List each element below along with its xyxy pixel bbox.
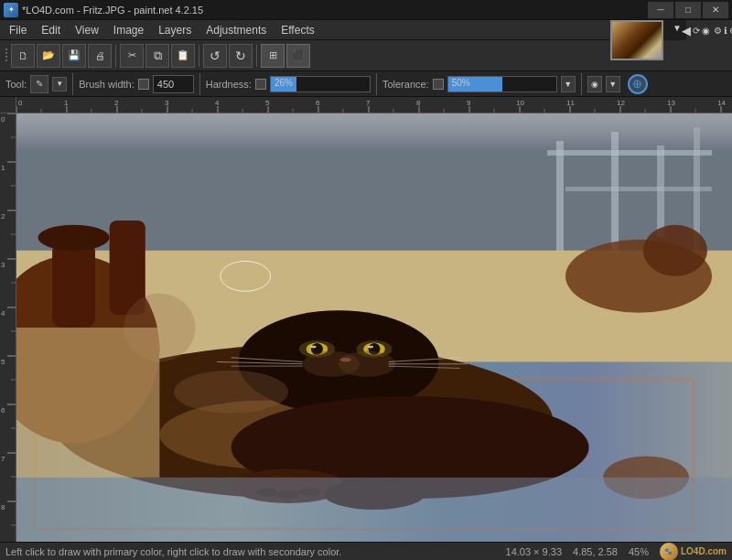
window-title: *LO4D.com - Fritz.JPG - paint.net 4.2.15 bbox=[22, 5, 203, 16]
menu-effects[interactable]: Effects bbox=[274, 20, 321, 40]
statusbar-right: 14.03 × 9.33 4.85, 2.58 45% 🐾 LO4D.com bbox=[506, 543, 727, 561]
sep3 bbox=[256, 45, 257, 67]
zoom-level: 45% bbox=[629, 546, 649, 557]
tolerance-menu-btn[interactable]: ▼ bbox=[561, 76, 576, 92]
back-icon[interactable]: ◀ bbox=[682, 21, 691, 39]
image-thumbnail bbox=[610, 20, 663, 60]
menu-image[interactable]: Image bbox=[106, 20, 151, 40]
tool-options-bar: Tool: ✎ ▼ Brush width: Hardness: 26% Tol… bbox=[0, 71, 732, 97]
info-icon[interactable]: ℹ bbox=[724, 21, 727, 39]
logo-text: LO4D.com bbox=[681, 546, 727, 556]
menu-layers[interactable]: Layers bbox=[151, 20, 199, 40]
svg-rect-124 bbox=[16, 478, 732, 542]
svg-text:3: 3 bbox=[165, 99, 169, 107]
svg-point-85 bbox=[643, 225, 707, 276]
sep-tol bbox=[581, 73, 582, 95]
canvas-area[interactable] bbox=[16, 113, 732, 542]
minimize-button[interactable]: ─ bbox=[648, 2, 673, 18]
svg-point-108 bbox=[339, 351, 396, 377]
redo-button[interactable]: ↻ bbox=[229, 44, 253, 68]
compass-btn[interactable]: ⊕ bbox=[628, 74, 648, 94]
menu-file[interactable]: File bbox=[2, 20, 34, 40]
new-button[interactable]: 🗋 bbox=[11, 44, 35, 68]
svg-rect-79 bbox=[565, 187, 712, 191]
tolerance-value: 50% bbox=[452, 78, 470, 88]
paste-button[interactable]: 📋 bbox=[171, 44, 195, 68]
history-icon[interactable]: ⟳ bbox=[693, 21, 700, 39]
sep-hard bbox=[376, 73, 377, 95]
sep1 bbox=[115, 45, 116, 67]
sep-bw bbox=[199, 73, 200, 95]
svg-text:10: 10 bbox=[516, 99, 524, 107]
svg-text:4: 4 bbox=[1, 309, 5, 318]
svg-text:0: 0 bbox=[18, 99, 23, 107]
tool-mode-indicator[interactable]: ▼ bbox=[52, 77, 67, 92]
save-button[interactable]: 💾 bbox=[62, 44, 86, 68]
cut-button[interactable]: ✂ bbox=[120, 44, 144, 68]
undo-button[interactable]: ↺ bbox=[203, 44, 227, 68]
logo-circle-bg: 🐾 bbox=[660, 543, 678, 561]
tolerance-extra-btn2[interactable]: ▼ bbox=[606, 76, 620, 92]
brush-width-input[interactable] bbox=[153, 75, 194, 93]
svg-text:1: 1 bbox=[1, 164, 5, 172]
open-button[interactable]: 📂 bbox=[37, 44, 60, 68]
menu-view[interactable]: View bbox=[68, 20, 106, 40]
svg-text:14: 14 bbox=[717, 99, 726, 107]
status-bar: Left click to draw with primary color, r… bbox=[0, 542, 732, 560]
svg-text:8: 8 bbox=[416, 99, 421, 107]
brush-width-indicator bbox=[138, 79, 149, 90]
window-controls: ─ □ ✕ bbox=[648, 2, 728, 18]
tolerance-extra-btn1[interactable]: ◉ bbox=[587, 76, 602, 92]
tolerance-label: Tolerance: bbox=[382, 79, 429, 90]
drag-handle[interactable] bbox=[4, 47, 9, 65]
app-icon: ✦ bbox=[4, 3, 18, 17]
sep2 bbox=[199, 45, 199, 67]
svg-rect-125 bbox=[16, 328, 159, 478]
svg-text:2: 2 bbox=[114, 99, 119, 107]
svg-point-101 bbox=[310, 346, 316, 349]
menu-adjustments[interactable]: Adjustments bbox=[199, 20, 274, 40]
svg-text:13: 13 bbox=[667, 99, 675, 107]
tolerance-indicator bbox=[433, 79, 444, 90]
settings-icon[interactable]: ⚙ bbox=[714, 21, 722, 39]
brush-width-label: Brush width: bbox=[79, 79, 135, 90]
hardness-slider[interactable]: 26% bbox=[270, 76, 371, 92]
svg-point-102 bbox=[368, 346, 373, 349]
svg-text:2: 2 bbox=[1, 212, 5, 221]
logo-icon: 🐾 bbox=[664, 548, 673, 555]
svg-point-93 bbox=[38, 225, 109, 251]
photo-canvas bbox=[16, 113, 732, 542]
svg-text:8: 8 bbox=[1, 503, 5, 512]
svg-text:7: 7 bbox=[1, 455, 5, 463]
tool-label: Tool: bbox=[5, 79, 27, 90]
cursor-coordinates: 4.85, 2.58 bbox=[573, 546, 618, 557]
palette-icon[interactable]: ◉ bbox=[702, 21, 710, 39]
hardness-indicator bbox=[255, 79, 266, 90]
pixel-button[interactable]: ⬛ bbox=[286, 44, 310, 68]
tool-selector[interactable]: ✎ bbox=[30, 75, 48, 93]
nav-icons-right: ◀ ⟳ ◉ ⚙ ℹ ⊕ bbox=[686, 20, 732, 40]
thumbnail-preview bbox=[612, 22, 662, 59]
ruler-vertical: 0 1 2 3 4 5 6 7 8 9 bbox=[0, 113, 16, 542]
svg-text:1: 1 bbox=[64, 99, 69, 107]
copy-button[interactable]: ⧉ bbox=[145, 44, 169, 68]
compass-icon[interactable]: ⊕ bbox=[729, 21, 733, 39]
ruler-corner bbox=[0, 97, 16, 113]
svg-text:9: 9 bbox=[467, 99, 471, 107]
svg-point-121 bbox=[174, 371, 288, 414]
svg-rect-91 bbox=[52, 242, 95, 328]
svg-text:3: 3 bbox=[1, 261, 5, 269]
title-bar: ✦ *LO4D.com - Fritz.JPG - paint.net 4.2.… bbox=[0, 0, 732, 20]
close-button[interactable]: ✕ bbox=[703, 2, 728, 18]
hardness-label: Hardness: bbox=[206, 79, 252, 90]
svg-text:5: 5 bbox=[1, 358, 5, 366]
print-button[interactable]: 🖨 bbox=[88, 44, 112, 68]
grid-button[interactable]: ⊞ bbox=[261, 44, 285, 68]
svg-text:6: 6 bbox=[316, 99, 320, 107]
tolerance-slider[interactable]: 50% bbox=[447, 76, 557, 92]
menu-edit[interactable]: Edit bbox=[34, 20, 68, 40]
maximize-button[interactable]: □ bbox=[675, 2, 701, 18]
svg-text:12: 12 bbox=[617, 99, 625, 107]
sep-tool bbox=[72, 73, 73, 95]
svg-text:7: 7 bbox=[366, 99, 371, 107]
